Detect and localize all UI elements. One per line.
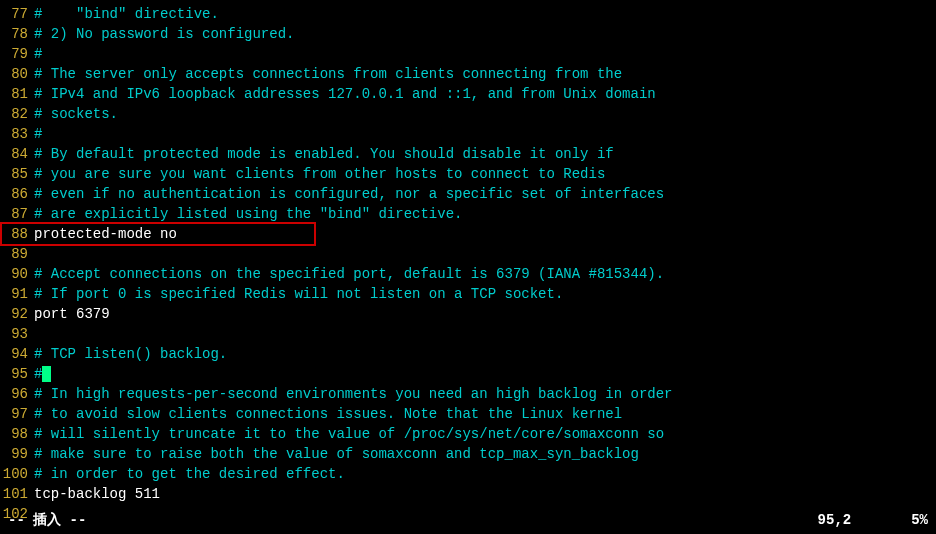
line-content: # you are sure you want clients from oth… — [34, 164, 605, 184]
code-line: 99# make sure to raise both the value of… — [0, 444, 936, 464]
code-line: 100# in order to get the desired effect. — [0, 464, 936, 484]
line-number: 80 — [0, 64, 34, 84]
line-content: # sockets. — [34, 104, 118, 124]
line-number: 86 — [0, 184, 34, 204]
code-line: 84# By default protected mode is enabled… — [0, 144, 936, 164]
line-number: 101 — [0, 484, 34, 504]
line-content: # — [34, 44, 42, 64]
code-line: 97# to avoid slow clients connections is… — [0, 404, 936, 424]
line-content: # — [34, 364, 51, 384]
line-content: # — [34, 124, 42, 144]
code-line: 78# 2) No password is configured. — [0, 24, 936, 44]
line-content: # make sure to raise both the value of s… — [34, 444, 639, 464]
highlighted-line: 88protected-mode no — [0, 222, 316, 246]
line-number: 100 — [0, 464, 34, 484]
code-line: 83# — [0, 124, 936, 144]
line-content: # TCP listen() backlog. — [34, 344, 227, 364]
cursor-position: 95,2 — [818, 510, 852, 530]
line-content: # 2) No password is configured. — [34, 24, 294, 44]
line-number: 93 — [0, 324, 34, 344]
code-line: 91# If port 0 is specified Redis will no… — [0, 284, 936, 304]
code-line: 86# even if no authentication is configu… — [0, 184, 936, 204]
line-number: 78 — [0, 24, 34, 44]
line-content: port 6379 — [34, 304, 110, 324]
code-line: 93 — [0, 324, 936, 344]
line-content: # IPv4 and IPv6 loopback addresses 127.0… — [34, 84, 656, 104]
code-line: 94# TCP listen() backlog. — [0, 344, 936, 364]
line-content: # "bind" directive. — [34, 4, 219, 24]
line-number: 89 — [0, 244, 34, 264]
line-number: 87 — [0, 204, 34, 224]
line-content: # The server only accepts connections fr… — [34, 64, 622, 84]
code-line: 77# "bind" directive. — [0, 4, 936, 24]
scroll-percent: 5% — [911, 510, 928, 530]
code-line: 82# sockets. — [0, 104, 936, 124]
line-content: # If port 0 is specified Redis will not … — [34, 284, 563, 304]
line-number: 79 — [0, 44, 34, 64]
line-content: # to avoid slow clients connections issu… — [34, 404, 622, 424]
code-line: 85# you are sure you want clients from o… — [0, 164, 936, 184]
mode-indicator: -- 插入 -- — [8, 510, 86, 530]
code-line: 101tcp-backlog 511 — [0, 484, 936, 504]
line-number: 77 — [0, 4, 34, 24]
line-number: 97 — [0, 404, 34, 424]
cursor — [42, 366, 51, 382]
line-content: tcp-backlog 511 — [34, 484, 160, 504]
line-content: # In high requests-per-second environmen… — [34, 384, 673, 404]
line-number: 96 — [0, 384, 34, 404]
line-content: # even if no authentication is configure… — [34, 184, 664, 204]
line-content: # in order to get the desired effect. — [34, 464, 345, 484]
line-number: 84 — [0, 144, 34, 164]
code-line: 81# IPv4 and IPv6 loopback addresses 127… — [0, 84, 936, 104]
line-number: 99 — [0, 444, 34, 464]
code-line: 80# The server only accepts connections … — [0, 64, 936, 84]
line-number: 92 — [0, 304, 34, 324]
line-content: # will silently truncate it to the value… — [34, 424, 664, 444]
code-line: 92port 6379 — [0, 304, 936, 324]
line-number: 88 — [2, 224, 34, 244]
line-number: 95 — [0, 364, 34, 384]
line-number: 83 — [0, 124, 34, 144]
line-content: protected-mode no — [34, 224, 177, 244]
code-line: 89 — [0, 244, 936, 264]
status-bar: -- 插入 -- 95,2 5% — [0, 510, 936, 530]
line-number: 94 — [0, 344, 34, 364]
line-number: 85 — [0, 164, 34, 184]
line-content: # By default protected mode is enabled. … — [34, 144, 614, 164]
code-line: 98# will silently truncate it to the val… — [0, 424, 936, 444]
line-number: 82 — [0, 104, 34, 124]
line-content: # Accept connections on the specified po… — [34, 264, 664, 284]
editor-viewport[interactable]: 77# "bind" directive.78# 2) No password … — [0, 0, 936, 528]
code-line: 96# In high requests-per-second environm… — [0, 384, 936, 404]
line-number: 90 — [0, 264, 34, 284]
code-line: 95# — [0, 364, 936, 384]
line-number: 91 — [0, 284, 34, 304]
code-line: 90# Accept connections on the specified … — [0, 264, 936, 284]
code-line: 87# are explicitly listed using the "bin… — [0, 204, 936, 224]
code-line: 79# — [0, 44, 936, 64]
line-content: # are explicitly listed using the "bind"… — [34, 204, 462, 224]
line-number: 81 — [0, 84, 34, 104]
line-number: 98 — [0, 424, 34, 444]
